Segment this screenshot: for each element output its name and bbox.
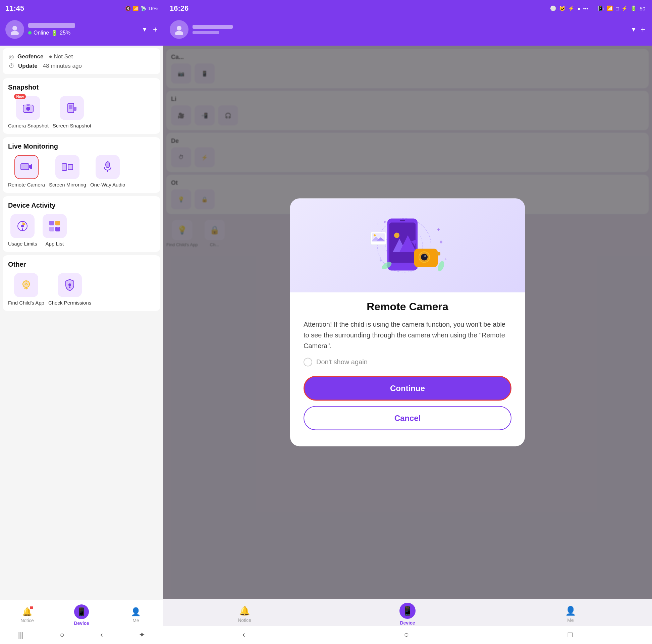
mute-icon: 🔇 [125, 6, 131, 11]
svg-point-0 [12, 26, 17, 30]
geofence-label: Geofence [18, 53, 43, 60]
find-child-app-icon-box [14, 273, 38, 297]
svg-rect-39 [389, 222, 415, 263]
svg-point-53 [374, 234, 376, 236]
new-badge: New [14, 94, 26, 99]
geofence-icon: ◎ [9, 53, 14, 60]
vibrate-icon-right: 📳 [598, 5, 604, 11]
update-value: 48 minutes ago [43, 63, 82, 70]
app-list-icon-box [43, 214, 67, 238]
svg-rect-43 [400, 220, 405, 221]
app-list-item[interactable]: App List [41, 214, 68, 246]
continue-button[interactable]: Continue [303, 376, 512, 401]
svg-point-42 [394, 233, 400, 238]
other-title: Other [8, 261, 155, 268]
screen-snapshot-icon-box [60, 96, 84, 120]
svg-point-32 [69, 284, 71, 286]
clock-icon: ⏱ [9, 62, 15, 70]
wifi-icon-right: 📶 [607, 5, 613, 11]
nav-me-right[interactable]: 👤 Me [489, 602, 652, 623]
screen-mirroring-icon-box [55, 155, 80, 179]
dropdown-icon-right[interactable]: ▼ [630, 26, 636, 33]
screen-snapshot-item[interactable]: Screen Snapshot [53, 96, 91, 129]
one-way-audio-item[interactable]: One-Way Audio [90, 155, 126, 188]
avatar-left [5, 20, 24, 39]
device-label-left: Device [74, 620, 89, 626]
dont-show-row[interactable]: Don't show again [303, 357, 512, 366]
screen-mirroring-item[interactable]: Screen Mirroring [49, 155, 86, 188]
svg-point-34 [177, 26, 182, 30]
assist-btn-left[interactable]: ✦ [139, 630, 145, 639]
camera-snapshot-label: Camera Snapshot [8, 123, 49, 129]
me-label-left: Me [133, 618, 139, 623]
sub-info-card: ◎ Geofence ● Not Set ⏱ Update 48 minutes… [3, 48, 160, 74]
name-bar-right [192, 25, 233, 29]
dropdown-icon[interactable]: ▼ [141, 26, 147, 33]
battery-label-header: 🔋 [51, 30, 58, 36]
live-monitoring-title: Live Monitoring [8, 142, 155, 150]
svg-rect-5 [27, 104, 30, 106]
remote-camera-item[interactable]: Remote Camera [8, 155, 45, 188]
dont-show-radio[interactable] [303, 357, 312, 366]
cancel-button[interactable]: Cancel [303, 406, 512, 430]
battery-icon-right: 🔋 [630, 5, 637, 11]
me-label-right: Me [567, 617, 573, 623]
device-activity-section: Device Activity Usage Limits [3, 196, 160, 252]
svg-rect-13 [62, 164, 67, 170]
sys-nav-right: ‹ ○ □ [163, 626, 652, 644]
remote-camera-icon-box [15, 155, 38, 179]
find-child-app-item[interactable]: Find Child's App [8, 273, 44, 305]
svg-point-35 [175, 31, 183, 35]
menu-btn-left[interactable]: ||| [18, 630, 24, 639]
home-btn-left[interactable]: ○ [60, 630, 64, 639]
modal-title: Remote Camera [303, 300, 512, 313]
app-list-label: App List [46, 241, 64, 246]
status-bar-left: 11:45 🔇 📶 📡 18% [0, 0, 163, 17]
notice-icon-right: 🔔 [239, 606, 250, 616]
one-way-audio-icon-box [96, 155, 120, 179]
status-bar-right: 16:26 ⚪ 🐱 ⚡ ● ••• 📳 📶 □ ⚡ 🔋 50 [163, 0, 652, 17]
modal-body-text: Attention! If the child is using the cam… [303, 319, 512, 351]
nav-notice-right[interactable]: 🔔 Notice [163, 602, 326, 623]
nav-device-right[interactable]: 📱 Device [326, 599, 489, 625]
header-actions: ▼ + [141, 25, 158, 34]
online-status: Online 🔋 25% [28, 30, 137, 36]
update-label: Update [18, 63, 37, 70]
svg-point-46 [421, 253, 428, 260]
me-icon-right: 👤 [565, 606, 576, 616]
modal-body: Remote Camera Attention! If the child is… [290, 292, 525, 430]
nav-notice-left[interactable]: 🔔 Notice [0, 604, 54, 623]
nav-me-left[interactable]: 👤 Me [109, 604, 163, 623]
svg-text:+: + [437, 226, 440, 232]
nav-device-left[interactable]: 📱 Device [54, 601, 109, 626]
live-monitoring-grid: Remote Camera Screen Mirroring [8, 155, 155, 188]
time-right: 16:26 [170, 4, 189, 13]
dont-show-label: Don't show again [316, 358, 368, 366]
svg-rect-15 [68, 164, 73, 170]
usage-limits-item[interactable]: Usage Limits [8, 214, 37, 246]
cat-icon-right: 🐱 [559, 5, 566, 11]
online-label: Online [33, 30, 49, 36]
svg-text:+: + [444, 256, 447, 261]
time-left: 11:45 [5, 4, 24, 13]
back-btn-right[interactable]: ‹ [243, 630, 245, 639]
status-icons-right: ⚪ 🐱 ⚡ ● ••• 📳 📶 □ ⚡ 🔋 50 [550, 5, 645, 11]
check-permissions-label: Check Permissions [48, 300, 91, 305]
svg-point-54 [384, 221, 386, 223]
dot-icon-right: ● [577, 6, 580, 11]
check-permissions-item[interactable]: Check Permissions [48, 273, 91, 305]
usage-limits-label: Usage Limits [8, 241, 37, 246]
camera-snapshot-icon-box: New [16, 96, 40, 120]
svg-point-56 [380, 259, 382, 261]
back-btn-left[interactable]: ‹ [100, 630, 103, 639]
camera-snapshot-item[interactable]: New Camera Snapshot [8, 96, 49, 129]
plus-icon[interactable]: + [153, 25, 158, 34]
svg-rect-8 [69, 105, 73, 109]
usb-icon-right: ⚡ [568, 5, 574, 11]
me-icon-left: 👤 [131, 607, 141, 617]
plus-icon-right[interactable]: + [641, 25, 645, 34]
recents-btn-right[interactable]: □ [568, 630, 573, 639]
svg-rect-25 [49, 227, 54, 232]
scroll-area[interactable]: Snapshot New Camera Snapshot [0, 77, 163, 600]
home-btn-right[interactable]: ○ [404, 630, 409, 639]
